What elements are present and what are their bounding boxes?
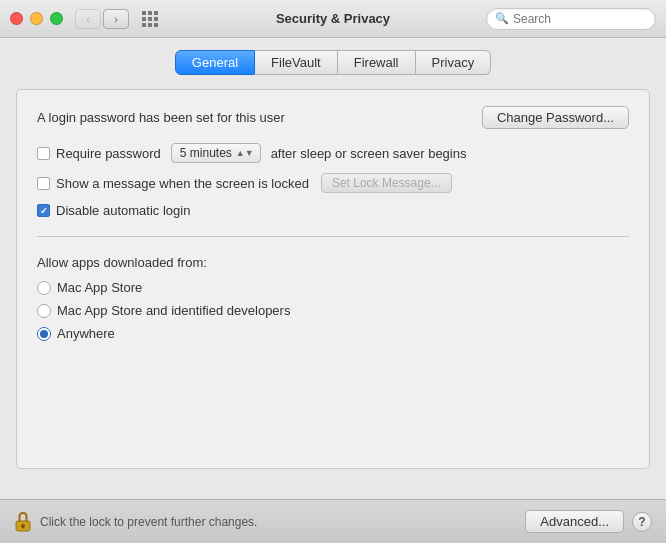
require-password-checkbox[interactable] xyxy=(37,147,50,160)
window-controls xyxy=(10,12,63,25)
forward-button[interactable]: › xyxy=(103,9,129,29)
disable-autologin-label: Disable automatic login xyxy=(56,203,190,218)
mac-app-store-identified-label: Mac App Store and identified developers xyxy=(57,303,290,318)
login-password-text: A login password has been set for this u… xyxy=(37,110,285,125)
tab-bar: General FileVault Firewall Privacy xyxy=(16,50,650,75)
require-password-suffix: after sleep or screen saver begins xyxy=(271,146,467,161)
main-content: General FileVault Firewall Privacy A log… xyxy=(0,38,666,469)
tab-filevault[interactable]: FileVault xyxy=(255,50,338,75)
search-icon: 🔍 xyxy=(495,12,509,25)
mac-app-store-radio[interactable] xyxy=(37,281,51,295)
anywhere-label: Anywhere xyxy=(57,326,115,341)
lock-section: Click the lock to prevent further change… xyxy=(14,511,257,533)
show-message-checkbox[interactable] xyxy=(37,177,50,190)
bottom-right: Advanced... ? xyxy=(525,510,652,533)
mac-app-store-label: Mac App Store xyxy=(57,280,142,295)
advanced-button[interactable]: Advanced... xyxy=(525,510,624,533)
set-lock-message-button[interactable]: Set Lock Message... xyxy=(321,173,452,193)
general-panel: A login password has been set for this u… xyxy=(16,89,650,469)
lock-text: Click the lock to prevent further change… xyxy=(40,515,257,529)
grid-icon xyxy=(142,11,158,27)
window-title: Security & Privacy xyxy=(276,11,390,26)
titlebar: ‹ › Security & Privacy 🔍 xyxy=(0,0,666,38)
mac-app-store-identified-radio[interactable] xyxy=(37,304,51,318)
change-password-button[interactable]: Change Password... xyxy=(482,106,629,129)
help-button[interactable]: ? xyxy=(632,512,652,532)
disable-autologin-checkbox[interactable] xyxy=(37,204,50,217)
require-password-row: Require password 5 minutes ▲▼ after slee… xyxy=(37,143,629,163)
search-input[interactable] xyxy=(513,12,647,26)
apps-section-label: Allow apps downloaded from: xyxy=(37,255,629,270)
require-password-label: Require password xyxy=(56,146,161,161)
show-message-label: Show a message when the screen is locked xyxy=(56,176,309,191)
radio-mac-app-store: Mac App Store xyxy=(37,280,629,295)
tab-general[interactable]: General xyxy=(175,50,255,75)
close-button[interactable] xyxy=(10,12,23,25)
lock-icon[interactable] xyxy=(14,511,32,533)
svg-rect-2 xyxy=(22,526,24,529)
tab-privacy[interactable]: Privacy xyxy=(416,50,492,75)
login-password-row: A login password has been set for this u… xyxy=(37,106,629,129)
password-timeout-dropdown[interactable]: 5 minutes ▲▼ xyxy=(171,143,261,163)
anywhere-radio[interactable] xyxy=(37,327,51,341)
section-divider xyxy=(37,236,629,237)
app-grid-button[interactable] xyxy=(137,9,163,29)
disable-autologin-row: Disable automatic login xyxy=(37,203,629,218)
bottom-bar: Click the lock to prevent further change… xyxy=(0,499,666,543)
radio-mac-app-store-identified: Mac App Store and identified developers xyxy=(37,303,629,318)
search-box[interactable]: 🔍 xyxy=(486,8,656,30)
nav-buttons: ‹ › xyxy=(75,9,129,29)
tab-firewall[interactable]: Firewall xyxy=(338,50,416,75)
chevron-down-icon: ▲▼ xyxy=(236,148,254,158)
radio-anywhere: Anywhere xyxy=(37,326,629,341)
maximize-button[interactable] xyxy=(50,12,63,25)
dropdown-value: 5 minutes xyxy=(180,146,232,160)
back-button[interactable]: ‹ xyxy=(75,9,101,29)
minimize-button[interactable] xyxy=(30,12,43,25)
show-message-row: Show a message when the screen is locked… xyxy=(37,173,629,193)
